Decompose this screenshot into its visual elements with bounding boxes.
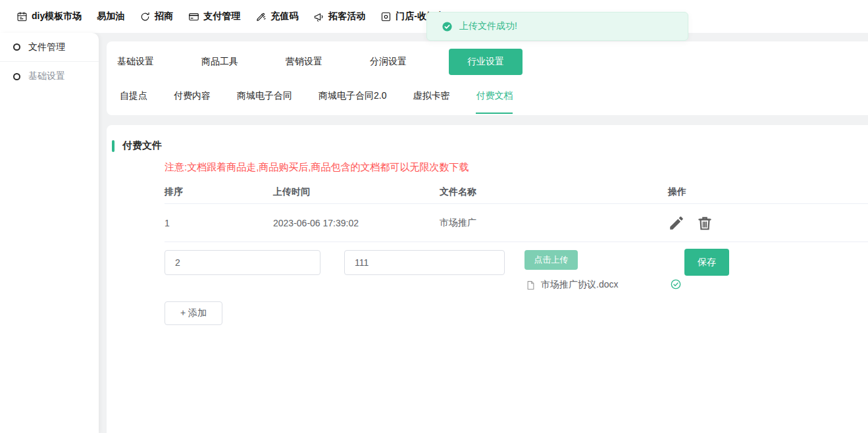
col-header-upload-time: 上传时间 xyxy=(273,186,440,198)
tab-basic-settings[interactable]: 基础设置 xyxy=(117,56,154,68)
bank-card-icon xyxy=(188,11,199,22)
edit-icon[interactable] xyxy=(668,215,685,232)
save-button[interactable]: 保存 xyxy=(684,249,729,276)
tab-industry-settings[interactable]: 行业设置 xyxy=(449,49,523,75)
nav-label: 易加油 xyxy=(97,11,124,22)
upload-success-toast: 上传文件成功! xyxy=(426,12,688,41)
nav-item-customer-activity[interactable]: 拓客活动 xyxy=(313,11,365,22)
section-accent-bar xyxy=(112,140,115,152)
uploaded-file-name: 市场推广协议.docx xyxy=(541,279,618,291)
circle-icon xyxy=(13,43,20,51)
upload-success-icon xyxy=(671,279,681,290)
section-title: 付费文件 xyxy=(122,140,162,152)
sidebar: 文件管理 基础设置 xyxy=(0,33,99,433)
nav-item-yijiayou[interactable]: 易加油 xyxy=(97,11,124,22)
notice-text: 注意:文档跟着商品走,商品购买后,商品包含的文档都可以无限次数下载 xyxy=(165,161,469,174)
nav-label: 招商 xyxy=(155,11,173,22)
table-header-row: 排序 上传时间 文件名称 操作 xyxy=(165,181,868,204)
tab-product-tools[interactable]: 商品工具 xyxy=(201,56,238,68)
nav-label: diy模板市场 xyxy=(32,11,82,22)
nav-item-diy-template-market[interactable]: diy模板市场 xyxy=(16,11,82,22)
table-row: 1 2023-06-06 17:39:02 市场推广 xyxy=(165,204,868,242)
subtab-mall-econtract[interactable]: 商城电子合同 xyxy=(237,84,292,113)
subtab-virtual-card[interactable]: 虚拟卡密 xyxy=(413,84,449,113)
sub-tab-bar: 自提点 付费内容 商城电子合同 商城电子合同2.0 虚拟卡密 付费文档 xyxy=(107,84,868,115)
tabs-panel: 基础设置 商品工具 营销设置 分润设置 行业设置 自提点 付费内容 商城电子合同… xyxy=(107,41,868,115)
cell-file-name: 市场推广 xyxy=(440,217,668,229)
tab-marketing-settings[interactable]: 营销设置 xyxy=(286,56,322,68)
cashier-icon xyxy=(380,11,392,22)
cell-sort: 1 xyxy=(165,218,273,228)
circle-icon xyxy=(13,73,20,80)
col-header-sort: 排序 xyxy=(165,186,273,198)
subtab-paid-content[interactable]: 付费内容 xyxy=(174,84,211,113)
file-name-input[interactable] xyxy=(344,250,505,275)
upload-button[interactable]: 点击上传 xyxy=(524,250,578,270)
content-panel: 付费文件 注意:文档跟着商品走,商品购买后,商品包含的文档都可以无限次数下载 排… xyxy=(107,125,868,433)
section-title-row: 付费文件 xyxy=(112,140,162,152)
nav-item-recharge-code[interactable]: 充值码 xyxy=(255,11,298,22)
nav-label: 支付管理 xyxy=(203,11,240,22)
subtab-paid-docs[interactable]: 付费文档 xyxy=(476,84,513,114)
megaphone-icon xyxy=(313,11,324,22)
add-button[interactable]: + 添加 xyxy=(165,301,222,325)
recycle-icon xyxy=(140,11,151,22)
col-header-actions: 操作 xyxy=(668,186,868,198)
app-window: diy模板市场 易加油 招商 支付管理 充值码 拓客活动 门店-收银台 上传文件… xyxy=(0,0,868,433)
toast-message: 上传文件成功! xyxy=(459,20,517,32)
sidebar-item-label: 文件管理 xyxy=(28,41,65,53)
files-table: 排序 上传时间 文件名称 操作 1 2023-06-06 17:39:02 市场… xyxy=(165,181,868,242)
sort-input[interactable] xyxy=(165,250,320,275)
document-icon xyxy=(526,280,536,290)
pen-icon xyxy=(255,11,267,22)
subtab-mall-econtract-2[interactable]: 商城电子合同2.0 xyxy=(319,84,386,113)
calendar-icon xyxy=(16,11,28,22)
nav-label: 拓客活动 xyxy=(328,11,365,22)
sidebar-item-file-management[interactable]: 文件管理 xyxy=(0,33,99,62)
sidebar-item-basic-settings[interactable]: 基础设置 xyxy=(0,62,99,91)
row-actions xyxy=(668,215,868,232)
nav-item-payment-management[interactable]: 支付管理 xyxy=(188,11,240,22)
nav-label: 充值码 xyxy=(270,11,298,22)
delete-icon[interactable] xyxy=(696,215,713,232)
subtab-pickup-point[interactable]: 自提点 xyxy=(120,84,147,113)
main-tab-bar: 基础设置 商品工具 营销设置 分润设置 行业设置 xyxy=(107,41,868,82)
cell-upload-time: 2023-06-06 17:39:02 xyxy=(273,218,440,228)
sidebar-item-label: 基础设置 xyxy=(28,70,65,82)
success-check-icon xyxy=(442,21,453,32)
nav-item-zhaoshang[interactable]: 招商 xyxy=(140,11,173,22)
tab-profit-settings[interactable]: 分润设置 xyxy=(370,56,407,68)
col-header-file-name: 文件名称 xyxy=(440,186,668,198)
uploaded-file-item[interactable]: 市场推广协议.docx xyxy=(526,279,618,291)
